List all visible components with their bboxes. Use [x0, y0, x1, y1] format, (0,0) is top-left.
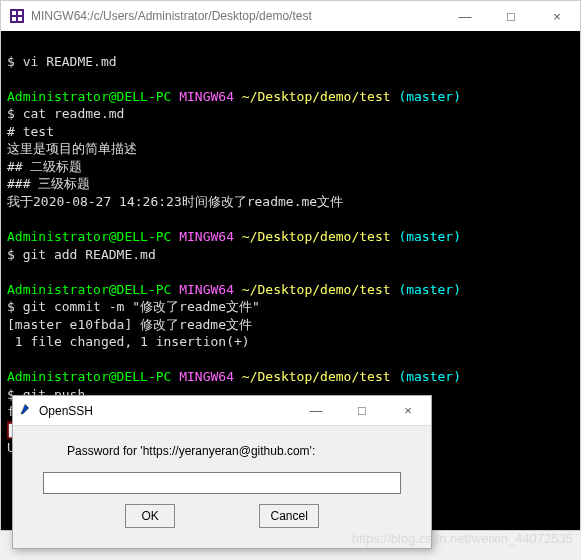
app-icon [9, 8, 25, 24]
svg-rect-3 [12, 17, 16, 21]
prompt-path: ~/Desktop/demo/test [242, 89, 391, 104]
output-line: 1 file changed, 1 insertion(+) [7, 334, 250, 349]
prompt-sys: MINGW64 [179, 89, 234, 104]
prompt-user: Administrator@DELL-PC [7, 282, 171, 297]
dialog-minimize-button[interactable]: — [293, 396, 339, 426]
cmd-line: $ git commit -m "修改了readme文件" [7, 299, 260, 314]
prompt-user: Administrator@DELL-PC [7, 369, 171, 384]
prompt-sys: MINGW64 [179, 229, 234, 244]
prompt-path: ~/Desktop/demo/test [242, 229, 391, 244]
password-label: Password for 'https://yeranyeran@github.… [43, 444, 401, 458]
svg-rect-1 [12, 11, 16, 15]
cancel-button[interactable]: Cancel [259, 504, 318, 528]
password-input[interactable] [43, 472, 401, 494]
minimize-button[interactable]: — [442, 1, 488, 31]
prompt-sys: MINGW64 [179, 282, 234, 297]
cmd-line: $ vi README.md [7, 54, 117, 69]
dialog-body: Password for 'https://yeranyeran@github.… [13, 426, 431, 548]
watermark: https://blog.csdn.net/weixin_44072535 [352, 531, 573, 546]
password-dialog: OpenSSH — □ × Password for 'https://yera… [12, 395, 432, 549]
prompt-user: Administrator@DELL-PC [7, 229, 171, 244]
dialog-title: OpenSSH [39, 404, 93, 418]
prompt-user: Administrator@DELL-PC [7, 89, 171, 104]
prompt-sys: MINGW64 [179, 369, 234, 384]
output-line: ## 二级标题 [7, 159, 82, 174]
output-line: [master e10fbda] 修改了readme文件 [7, 317, 252, 332]
ok-button[interactable]: OK [125, 504, 175, 528]
svg-rect-4 [18, 17, 22, 21]
prompt-branch: (master) [398, 89, 461, 104]
prompt-path: ~/Desktop/demo/test [242, 282, 391, 297]
dialog-close-button[interactable]: × [385, 396, 431, 426]
window-title: MINGW64:/c/Users/Administrator/Desktop/d… [31, 9, 312, 23]
cmd-line: $ git add README.md [7, 247, 156, 262]
output-line: 我于2020-08-27 14:26:23时间修改了readme.me文件 [7, 194, 343, 209]
output-line: ### 三级标题 [7, 176, 90, 191]
cmd-line: $ cat readme.md [7, 106, 124, 121]
titlebar[interactable]: MINGW64:/c/Users/Administrator/Desktop/d… [1, 1, 580, 31]
dialog-titlebar[interactable]: OpenSSH — □ × [13, 396, 431, 426]
feather-icon [19, 402, 33, 419]
output-line: # test [7, 124, 54, 139]
output-line: 这里是项目的简单描述 [7, 141, 137, 156]
maximize-button[interactable]: □ [488, 1, 534, 31]
prompt-branch: (master) [398, 282, 461, 297]
dialog-maximize-button[interactable]: □ [339, 396, 385, 426]
close-button[interactable]: × [534, 1, 580, 31]
prompt-branch: (master) [398, 229, 461, 244]
prompt-branch: (master) [398, 369, 461, 384]
svg-rect-2 [18, 11, 22, 15]
prompt-path: ~/Desktop/demo/test [242, 369, 391, 384]
